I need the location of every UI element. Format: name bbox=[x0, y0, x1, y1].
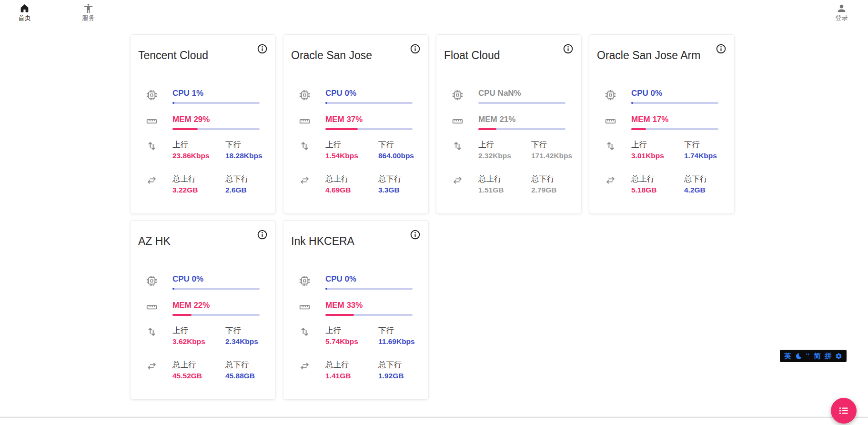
info-icon bbox=[410, 43, 421, 54]
download-label: 下行 bbox=[225, 325, 260, 335]
total-upload-label: 总上行 bbox=[325, 174, 378, 183]
list-icon bbox=[838, 405, 850, 417]
upload-value: 5.74Kbps bbox=[325, 337, 378, 346]
server-list-fab[interactable] bbox=[831, 398, 857, 424]
info-button[interactable] bbox=[257, 43, 268, 54]
download-value: 18.28Kbps bbox=[225, 152, 262, 160]
total-download-label: 总下行 bbox=[684, 174, 718, 183]
download-label: 下行 bbox=[378, 140, 414, 149]
info-icon bbox=[410, 229, 421, 240]
total-upload-value: 1.51GB bbox=[478, 186, 531, 194]
network-speed-row: 上行 3.62Kbps 下行 2.34Kbps bbox=[131, 325, 260, 346]
download-value: 11.69Kbps bbox=[378, 337, 415, 346]
ime-simplified-toggle[interactable]: 简 bbox=[814, 350, 821, 362]
info-button[interactable] bbox=[716, 43, 727, 54]
upload-value: 1.54Kbps bbox=[325, 152, 378, 160]
info-button[interactable] bbox=[257, 229, 268, 240]
cpu-usage-text: CPU 0% bbox=[325, 274, 413, 284]
cpu-usage-text: CPU 0% bbox=[172, 274, 260, 284]
home-icon bbox=[19, 3, 30, 14]
mem-row: MEM 17% bbox=[589, 115, 718, 130]
total-traffic-row: 总上行 1.51GB 总下行 2.79GB bbox=[436, 174, 565, 194]
cpu-row: CPU 1% bbox=[131, 89, 260, 104]
info-button[interactable] bbox=[410, 229, 421, 240]
total-upload-label: 总上行 bbox=[478, 174, 531, 183]
info-icon bbox=[563, 43, 574, 54]
total-download-label: 总下行 bbox=[531, 174, 565, 183]
swap-vertical-icon bbox=[146, 326, 158, 338]
network-speed-row: 上行 5.74Kbps 下行 11.69Kbps bbox=[283, 325, 413, 346]
total-traffic-row: 总上行 45.52GB 总下行 45.88GB bbox=[131, 360, 260, 380]
memory-ruler-icon bbox=[299, 301, 311, 313]
gear-icon[interactable] bbox=[835, 353, 842, 360]
mem-usage-text: MEM 17% bbox=[631, 115, 718, 124]
cpu-row: CPU 0% bbox=[131, 274, 260, 290]
cpu-chip-icon bbox=[146, 89, 158, 101]
swap-horizontal-icon bbox=[605, 174, 616, 186]
swap-horizontal-icon bbox=[299, 360, 311, 372]
download-label: 下行 bbox=[531, 140, 572, 149]
info-icon bbox=[257, 43, 268, 54]
cpu-chip-icon bbox=[299, 89, 311, 101]
memory-ruler-icon bbox=[452, 115, 464, 127]
cpu-progress-track bbox=[325, 102, 413, 104]
network-speed-row: 上行 2.32Kbps 下行 171.42Kbps bbox=[436, 140, 565, 160]
network-speed-row: 上行 3.01Kbps 下行 1.74Kbps bbox=[589, 140, 718, 160]
server-card: AZ HK CPU 0% bbox=[130, 220, 276, 400]
top-navigation-bar: 首页 服务 登录 bbox=[0, 0, 868, 25]
total-traffic-row: 总上行 1.41GB 总下行 1.92GB bbox=[283, 360, 413, 380]
upload-value: 23.86Kbps bbox=[172, 152, 225, 160]
info-button[interactable] bbox=[563, 43, 574, 54]
person-icon bbox=[836, 3, 847, 14]
download-value: 171.42Kbps bbox=[531, 152, 572, 160]
total-download-value: 1.92GB bbox=[378, 372, 413, 380]
nav-item-login[interactable]: 登录 bbox=[835, 3, 848, 21]
mem-usage-text: MEM 22% bbox=[172, 301, 260, 310]
cpu-progress-track bbox=[172, 288, 260, 290]
server-card: Float Cloud CPU NaN% bbox=[436, 34, 582, 214]
swap-horizontal-icon bbox=[299, 174, 311, 186]
upload-label: 上行 bbox=[631, 140, 684, 149]
server-card: Tencent Cloud CPU 1% bbox=[130, 34, 276, 214]
ime-pinyin-toggle[interactable]: 拼 bbox=[825, 350, 832, 362]
cpu-row: CPU 0% bbox=[589, 89, 718, 104]
nav-item-home[interactable]: 首页 bbox=[18, 3, 31, 21]
cpu-progress-fill bbox=[172, 102, 174, 104]
total-upload-value: 45.52GB bbox=[172, 372, 225, 380]
mem-row: MEM 21% bbox=[436, 115, 565, 130]
memory-ruler-icon bbox=[605, 115, 616, 127]
total-traffic-row: 总上行 3.22GB 总下行 2.6GB bbox=[131, 174, 260, 194]
memory-ruler-icon bbox=[146, 301, 158, 313]
ime-punctuation-toggle[interactable]: ’’ bbox=[806, 350, 810, 362]
moon-icon[interactable] bbox=[795, 353, 802, 360]
footer-divider bbox=[0, 417, 868, 425]
cpu-progress-fill bbox=[325, 288, 327, 290]
download-value: 864.00bps bbox=[378, 152, 414, 160]
mem-row: MEM 29% bbox=[131, 115, 260, 130]
total-traffic-row: 总上行 4.69GB 总下行 3.3GB bbox=[283, 174, 413, 194]
upload-label: 上行 bbox=[172, 325, 225, 335]
ime-toolbar: 英 ’’ 简 拼 bbox=[780, 350, 847, 362]
info-icon bbox=[716, 43, 727, 54]
mem-progress-track bbox=[172, 314, 260, 316]
mem-usage-text: MEM 37% bbox=[325, 115, 413, 124]
server-name: Ink HKCERA bbox=[291, 235, 354, 248]
nav-item-services[interactable]: 服务 bbox=[82, 3, 95, 21]
total-download-value: 3.3GB bbox=[378, 186, 413, 194]
total-download-label: 总下行 bbox=[225, 174, 260, 183]
upload-value: 2.32Kbps bbox=[478, 152, 531, 160]
cpu-usage-text: CPU 0% bbox=[631, 89, 718, 98]
download-label: 下行 bbox=[378, 325, 415, 335]
total-upload-value: 4.69GB bbox=[325, 186, 378, 194]
ime-language-toggle[interactable]: 英 bbox=[784, 350, 791, 362]
upload-value: 3.01Kbps bbox=[631, 152, 684, 160]
download-label: 下行 bbox=[684, 140, 718, 149]
cpu-row: CPU 0% bbox=[283, 274, 413, 290]
total-upload-label: 总上行 bbox=[631, 174, 684, 183]
info-button[interactable] bbox=[410, 43, 421, 54]
cpu-usage-text: CPU 1% bbox=[172, 89, 260, 98]
cpu-chip-icon bbox=[452, 89, 464, 101]
total-traffic-row: 总上行 5.18GB 总下行 4.2GB bbox=[589, 174, 718, 194]
cpu-progress-track bbox=[478, 102, 565, 104]
mem-progress-fill bbox=[172, 128, 198, 130]
